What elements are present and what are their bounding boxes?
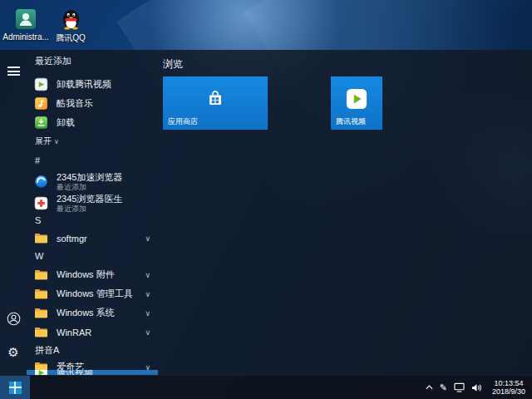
app-group-windows-system[interactable]: Windows 系统 ∨ xyxy=(27,303,158,323)
clock-time: 10:13:54 xyxy=(489,379,529,387)
chevron-down-icon: ∨ xyxy=(54,138,59,145)
app-group-label: softmgr xyxy=(57,234,87,244)
windows-logo-icon xyxy=(9,382,22,394)
tile-tencent-video[interactable]: 腾讯视频 xyxy=(331,76,382,130)
kuwo-music-icon xyxy=(33,96,48,111)
section-header-s: S xyxy=(35,215,41,225)
app-item-label: 酷我音乐 xyxy=(57,97,93,110)
section-header-w: W xyxy=(35,251,43,261)
app-group-winrar[interactable]: WinRAR ∨ xyxy=(27,323,158,342)
app-group-label: Windows 管理工具 xyxy=(57,288,133,300)
section-header-hash: # xyxy=(35,155,40,165)
start-menu: ⚙ 最近添加 卸载腾讯视频 xyxy=(0,50,532,376)
2345-doctor-icon xyxy=(33,196,48,211)
gear-icon: ⚙ xyxy=(7,346,18,358)
tile-label: 应用商店 xyxy=(168,116,198,127)
menu-hamburger-button[interactable] xyxy=(7,66,20,76)
desktop: Administra... 腾讯QQ xyxy=(0,0,532,399)
taskbar-clock[interactable]: 10:13:54 2018/9/30 xyxy=(489,379,529,396)
qq-penguin-icon xyxy=(61,7,81,30)
expand-label: 展开 xyxy=(35,136,52,145)
app-item-label: 卸载 xyxy=(57,116,75,129)
volume-icon[interactable] xyxy=(471,383,482,392)
start-button[interactable] xyxy=(0,376,30,399)
tencent-video-uninstall-icon xyxy=(33,77,48,92)
app-group-windows-accessories[interactable]: Windows 附件 ∨ xyxy=(27,265,158,284)
clock-date: 2018/9/30 xyxy=(489,387,529,396)
tile-label: 腾讯视频 xyxy=(336,116,366,127)
uninstall-icon xyxy=(33,116,48,131)
app-group-softmgr[interactable]: softmgr ∨ xyxy=(27,229,158,248)
folder-icon xyxy=(33,306,48,321)
app-group-windows-admin-tools[interactable]: Windows 管理工具 ∨ xyxy=(27,284,158,303)
tiles-area: 浏览 应用商店 xyxy=(163,50,532,376)
chevron-down-icon: ∨ xyxy=(145,328,150,337)
app-item-subtitle: 最近添加 xyxy=(57,204,122,214)
expand-button[interactable]: 展开∨ xyxy=(35,135,59,147)
desktop-icon-qq[interactable]: 腾讯QQ xyxy=(48,7,93,44)
pen-icon[interactable]: ✎ xyxy=(440,383,447,392)
app-item-kuwo-music[interactable]: 酷我音乐 xyxy=(27,94,158,113)
recent-header: 最近添加 xyxy=(35,55,71,67)
chevron-down-icon: ∨ xyxy=(145,234,150,243)
user-account-button[interactable] xyxy=(6,311,21,326)
app-item-2345-doctor[interactable]: 2345浏览器医生 最近添加 xyxy=(27,192,158,214)
app-item-label: 2345浏览器医生 xyxy=(57,194,122,204)
store-bag-icon xyxy=(205,89,225,112)
folder-icon xyxy=(33,268,48,283)
folder-icon xyxy=(33,231,48,246)
chevron-down-icon: ∨ xyxy=(145,309,150,318)
folder-icon xyxy=(33,325,48,340)
desktop-icon-administrator[interactable]: Administra... xyxy=(3,7,48,42)
section-header-pinyin-a: 拼音A xyxy=(35,344,59,357)
app-item-label: 卸载腾讯视频 xyxy=(57,78,111,91)
taskbar: ✎ 10:13:54 2018/9/30 xyxy=(0,375,532,399)
administrator-folder-icon xyxy=(15,7,37,30)
tile-group-label[interactable]: 浏览 xyxy=(163,57,183,71)
tencent-video-play-icon xyxy=(346,88,367,113)
user-icon xyxy=(7,312,21,326)
app-item-label: 2345加速浏览器 xyxy=(57,172,122,182)
app-list: 最近添加 卸载腾讯视频 xyxy=(27,50,158,376)
app-item-uninstall[interactable]: 卸载 xyxy=(27,113,158,132)
system-tray: ✎ 10:13:54 2018/9/30 xyxy=(426,376,532,399)
network-icon[interactable] xyxy=(454,382,465,392)
app-group-label: Windows 系统 xyxy=(57,307,115,319)
start-menu-sidebar: ⚙ xyxy=(0,50,27,376)
folder-icon xyxy=(33,287,48,302)
app-group-label: Windows 附件 xyxy=(57,268,115,281)
desktop-icon-label: Administra... xyxy=(2,32,49,42)
tile-microsoft-store[interactable]: 应用商店 xyxy=(163,76,268,130)
hidden-icons-chevron-icon[interactable] xyxy=(426,385,433,390)
chevron-down-icon: ∨ xyxy=(145,271,150,279)
chevron-down-icon: ∨ xyxy=(145,290,150,298)
desktop-icon-label: 腾讯QQ xyxy=(56,32,86,44)
2345-browser-icon xyxy=(33,175,48,190)
app-item-2345-browser[interactable]: 2345加速浏览器 最近添加 xyxy=(27,170,158,193)
app-item-uninstall-tencent-video[interactable]: 卸载腾讯视频 xyxy=(27,75,158,94)
settings-button[interactable]: ⚙ xyxy=(6,344,21,359)
app-item-subtitle: 最近添加 xyxy=(57,182,122,192)
app-group-label: WinRAR xyxy=(57,328,91,337)
